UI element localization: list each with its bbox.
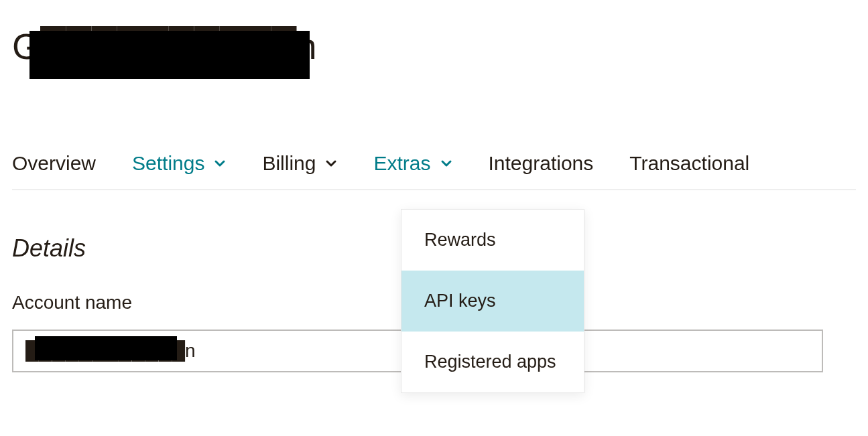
tab-nav: Overview Settings Billing Extras Integra…: [12, 152, 856, 190]
dropdown-item-registered-apps[interactable]: Registered apps: [401, 332, 584, 392]
dropdown-item-api-keys[interactable]: API keys: [401, 271, 584, 332]
tab-extras[interactable]: Extras: [373, 152, 452, 175]
tab-settings-label: Settings: [132, 152, 204, 175]
dropdown-item-rewards[interactable]: Rewards: [401, 210, 584, 271]
chevron-down-icon: [325, 157, 337, 169]
redaction-block: [29, 31, 310, 79]
tab-extras-label: Extras: [373, 152, 430, 175]
tab-settings[interactable]: Settings: [132, 152, 226, 175]
chevron-down-icon: [214, 157, 226, 169]
chevron-down-icon: [440, 157, 452, 169]
redaction-block: [35, 336, 177, 360]
tab-billing-label: Billing: [262, 152, 316, 175]
tab-billing[interactable]: Billing: [262, 152, 337, 175]
tab-overview[interactable]: Overview: [12, 152, 96, 175]
tab-integrations[interactable]: Integrations: [489, 152, 594, 175]
tab-transactional[interactable]: Transactional: [629, 152, 749, 175]
extras-dropdown: Rewards API keys Registered apps: [401, 209, 584, 393]
